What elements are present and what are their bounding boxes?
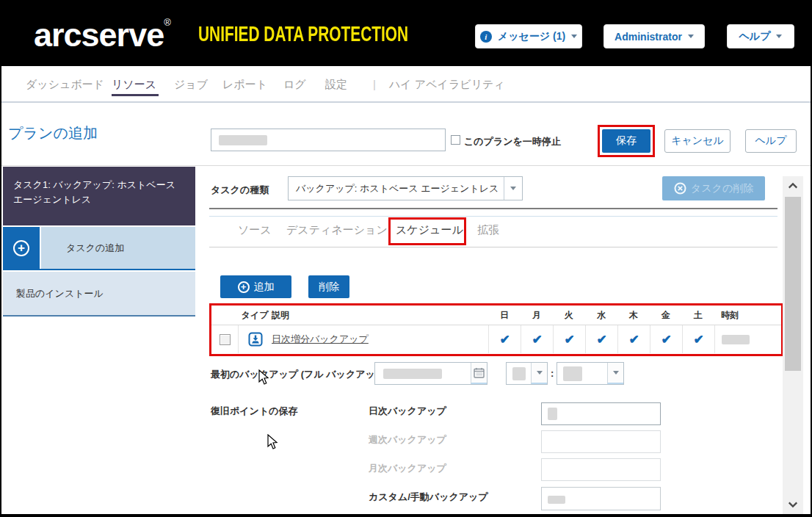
tab-destination[interactable]: デスティネーション bbox=[286, 223, 388, 237]
first-backup-date-input[interactable] bbox=[374, 362, 487, 385]
scroll-up-icon[interactable] bbox=[788, 182, 798, 189]
tab-schedule[interactable]: スケジュール bbox=[396, 223, 463, 237]
chevron-down-icon bbox=[531, 363, 547, 384]
task-type-label: タスクの種類 bbox=[211, 184, 269, 197]
install-product-label: 製品のインストール bbox=[16, 287, 104, 300]
sidebar-item-install-product[interactable]: 製品のインストール bbox=[3, 272, 195, 317]
check-icon-mon: ✔ bbox=[532, 332, 542, 347]
plan-name-input[interactable] bbox=[211, 129, 446, 151]
tab-advanced[interactable]: 拡張 bbox=[477, 223, 499, 237]
col-description: 説明 bbox=[272, 309, 488, 322]
schedule-table: タイプ 説明 日 月 火 水 木 金 土 時刻 日次増分バックアップ ✔ bbox=[209, 303, 783, 356]
redacted-time-value bbox=[722, 335, 750, 344]
product-title: UNIFIED DATA PROTECTION bbox=[198, 22, 408, 46]
redacted-daily-retention bbox=[548, 408, 557, 420]
section-divider-light bbox=[209, 216, 777, 217]
task-type-value: バックアップ: ホストベース エージェントレス bbox=[289, 177, 504, 200]
nav-reports[interactable]: レポート bbox=[222, 78, 267, 92]
add-schedule-button[interactable]: + 追加 bbox=[220, 275, 291, 298]
nav-dashboard[interactable]: ダッシュボード bbox=[26, 78, 104, 92]
pause-plan-label: このプランを一時停止 bbox=[464, 135, 561, 148]
scroll-down-icon[interactable] bbox=[788, 501, 798, 508]
arcserve-logo: arcserve® bbox=[34, 16, 171, 54]
daily-backup-input[interactable] bbox=[541, 402, 661, 425]
col-time: 時刻 bbox=[714, 309, 781, 322]
check-icon-sat: ✔ bbox=[693, 332, 703, 347]
vertical-scrollbar[interactable] bbox=[783, 176, 803, 514]
first-backup-minute-select[interactable] bbox=[557, 362, 624, 385]
registered-mark: ® bbox=[164, 17, 171, 28]
col-wed: 水 bbox=[585, 309, 617, 322]
calendar-picker-button[interactable] bbox=[471, 363, 487, 384]
messages-button[interactable]: i メッセージ (1) bbox=[475, 24, 582, 48]
nav-high-availability[interactable]: ハイ アベイラビリティ bbox=[389, 78, 505, 92]
calendar-icon bbox=[474, 367, 485, 378]
nav-resources[interactable]: リソース bbox=[112, 78, 156, 92]
main-nav: ダッシュボード リソース ジョブ レポート ログ 設定 | ハイ アベイラビリテ… bbox=[1, 66, 811, 103]
x-circle-icon bbox=[674, 182, 686, 195]
monthly-backup-label: 月次バックアップ bbox=[369, 462, 446, 475]
check-icon-wed: ✔ bbox=[596, 332, 606, 347]
check-icon-tue: ✔ bbox=[564, 332, 574, 347]
mouse-cursor bbox=[267, 434, 278, 450]
nav-log[interactable]: ログ bbox=[283, 78, 306, 92]
mouse-cursor bbox=[258, 369, 269, 386]
custom-backup-input[interactable] bbox=[541, 487, 661, 510]
help-button[interactable]: ヘルプ bbox=[745, 129, 797, 153]
redacted-hour-value bbox=[512, 367, 526, 380]
schedule-table-header: タイプ 説明 日 月 火 水 木 金 土 時刻 bbox=[211, 306, 781, 325]
help-menu-label: ヘルプ bbox=[739, 30, 771, 43]
sidebar-item-add-task[interactable]: + タスクの追加 bbox=[3, 227, 195, 270]
task-type-dropdown[interactable]: バックアップ: ホストベース エージェントレス bbox=[288, 176, 523, 200]
tab-source[interactable]: ソース bbox=[238, 223, 272, 237]
col-type: タイプ bbox=[238, 309, 272, 322]
redacted-plan-name bbox=[219, 135, 267, 145]
plus-circle-icon: + bbox=[13, 240, 29, 256]
sidebar-item-task1[interactable]: タスク1: バックアップ: ホストベース エージェントレス bbox=[3, 167, 195, 225]
plan-header-bar: プランの追加 このプランを一時停止 保存 キャンセル ヘルプ bbox=[1, 104, 811, 166]
schedule-row-link[interactable]: 日次増分バックアップ bbox=[272, 333, 369, 344]
sidebar-task1-label: タスク1: バックアップ: ホストベース エージェントレス bbox=[13, 179, 175, 205]
cancel-button[interactable]: キャンセル bbox=[664, 129, 731, 153]
col-tue: 火 bbox=[553, 309, 585, 322]
page-title: プランの追加 bbox=[8, 123, 98, 143]
info-icon: i bbox=[480, 31, 492, 43]
messages-button-label: メッセージ (1) bbox=[498, 30, 565, 43]
chevron-down-icon bbox=[776, 35, 782, 38]
first-backup-hour-select[interactable] bbox=[506, 362, 548, 385]
redacted-date-value bbox=[383, 369, 442, 379]
nav-separator: | bbox=[373, 78, 376, 90]
col-sat: 土 bbox=[682, 309, 714, 322]
first-backup-label: 最初のバックアップ (フル バックアップ) bbox=[211, 368, 388, 381]
nav-jobs[interactable]: ジョブ bbox=[174, 78, 208, 92]
check-icon-fri: ✔ bbox=[661, 332, 671, 347]
delete-task-label: タスクの削除 bbox=[691, 182, 753, 195]
col-sun: 日 bbox=[488, 309, 521, 322]
tabs-underline bbox=[209, 247, 777, 247]
add-task-label: タスクの追加 bbox=[40, 227, 195, 269]
delete-schedule-button[interactable]: 削除 bbox=[308, 275, 349, 298]
delete-task-button[interactable]: タスクの削除 bbox=[662, 176, 765, 200]
row-checkbox[interactable] bbox=[220, 334, 231, 345]
chevron-down-icon bbox=[607, 363, 623, 384]
weekly-backup-input[interactable] bbox=[541, 430, 661, 453]
scrollbar-thumb[interactable] bbox=[785, 197, 801, 371]
user-menu-button[interactable]: Administrator bbox=[603, 24, 705, 48]
col-thu: 木 bbox=[617, 309, 650, 322]
pause-plan-checkbox[interactable] bbox=[451, 135, 460, 145]
help-menu-button[interactable]: ヘルプ bbox=[727, 24, 794, 48]
delete-schedule-label: 削除 bbox=[319, 281, 339, 294]
add-schedule-label: 追加 bbox=[254, 281, 275, 294]
check-icon-thu: ✔ bbox=[628, 332, 639, 347]
monthly-backup-input[interactable] bbox=[541, 458, 661, 481]
app-header: arcserve® UNIFIED DATA PROTECTION i メッセー… bbox=[1, 1, 811, 66]
nav-settings[interactable]: 設定 bbox=[325, 78, 347, 92]
chevron-down-icon bbox=[504, 177, 522, 200]
daily-backup-label: 日次バックアップ bbox=[369, 405, 446, 418]
user-menu-label: Administrator bbox=[615, 31, 682, 43]
check-icon-sun: ✔ bbox=[499, 332, 510, 347]
daily-incremental-backup-icon bbox=[248, 332, 263, 347]
col-mon: 月 bbox=[521, 309, 553, 322]
save-button[interactable]: 保存 bbox=[602, 129, 650, 153]
chevron-down-icon bbox=[571, 35, 577, 38]
